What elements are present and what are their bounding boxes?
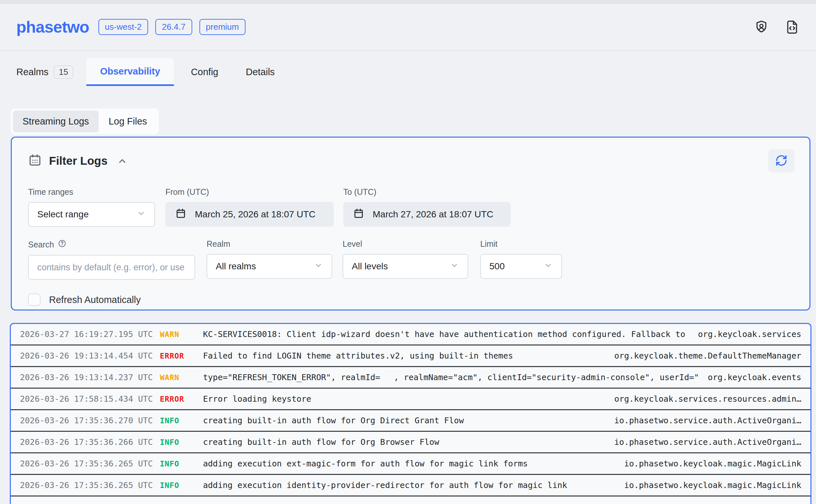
- top-strip: [0, 0, 816, 4]
- log-level-badge: ERROR: [160, 395, 203, 403]
- limit-label: Limit: [480, 239, 562, 249]
- log-row: 2026-03-26 17:35:36.265 UTCINFOadding ex…: [11, 475, 810, 496]
- chevron-down-icon: [450, 261, 459, 272]
- log-level-badge: WARN: [160, 373, 203, 382]
- log-timestamp: 2026-03-26 17:35:36.266 UTC: [20, 437, 160, 447]
- search-input[interactable]: [28, 255, 195, 280]
- realms-count-badge: 15: [54, 65, 73, 79]
- log-row: 2026-03-26 17:35:36.265 UTCINFOadding ex…: [11, 453, 810, 475]
- log-row: 2026-03-26 19:13:14.237 UTCWARNtype="REF…: [11, 367, 810, 389]
- log-logger: org.keycloak.theme.DefaultThemeManager: [614, 351, 801, 361]
- log-table: 2026-03-27 16:19:27.195 UTCWARNKC-SERVIC…: [10, 323, 811, 504]
- to-date-value: March 27, 2026 at 18:07 UTC: [373, 209, 493, 220]
- log-view-subtabs: Streaming Logs Log Files: [11, 109, 159, 134]
- shield-user-icon[interactable]: [754, 20, 769, 35]
- to-date-button[interactable]: March 27, 2026 at 18:07 UTC: [343, 202, 511, 227]
- tab-observability-label: Observability: [100, 66, 160, 77]
- log-message: type="REFRESH_TOKEN_ERROR", realmId=, re…: [203, 373, 698, 382]
- time-ranges-label: Time ranges: [28, 187, 155, 197]
- app-header: phasetwo us-west-2 26.4.7 premium: [0, 4, 816, 51]
- filter-logs-panel: Filter Logs Time ranges Select range: [11, 137, 810, 311]
- log-message: adding execution ext-magic-form for auth…: [203, 459, 614, 468]
- plan-badge: premium: [199, 19, 246, 35]
- realm-label: Realm: [207, 239, 332, 249]
- help-icon[interactable]: [58, 239, 66, 250]
- from-date-button[interactable]: March 25, 2026 at 18:07 UTC: [165, 202, 334, 227]
- log-row: 2026-03-26 17:35:36.270 UTCINFOcreating …: [11, 410, 810, 432]
- realm-value: All realms: [216, 261, 256, 272]
- phasetwo-logo: phasetwo: [16, 18, 89, 37]
- calendar-small-icon: [175, 208, 186, 221]
- log-timestamp: 2026-03-26 17:35:36.265 UTC: [20, 480, 160, 490]
- from-label: From (UTC): [165, 187, 334, 197]
- chevron-down-icon: [137, 209, 146, 220]
- refresh-icon: [775, 154, 788, 168]
- search-label: Search: [28, 240, 54, 249]
- log-logger: io.phasetwo.keycloak.magic.MagicLink: [624, 480, 801, 490]
- tab-observability[interactable]: Observability: [86, 58, 174, 86]
- log-message-suffix: , realmName="acm", clientId="security-ad…: [394, 373, 698, 382]
- chevron-down-icon: [544, 261, 553, 272]
- refresh-button[interactable]: [768, 149, 794, 172]
- log-level-badge: WARN: [160, 330, 203, 339]
- code-file-icon[interactable]: [785, 20, 800, 35]
- log-row: 2026-03-27 16:19:27.195 UTCWARNKC-SERVIC…: [11, 324, 810, 345]
- log-timestamp: 2026-03-26 17:58:15.434 UTC: [20, 394, 160, 404]
- log-message: KC-SERVICES0018: Client idp-wizard doesn…: [203, 329, 688, 339]
- version-badge: 26.4.7: [155, 19, 192, 35]
- calendar-small-icon: [353, 208, 364, 221]
- log-row: 2026-03-26 17:35:36.266 UTCINFOcreating …: [11, 432, 810, 453]
- tab-config[interactable]: Config: [177, 58, 232, 86]
- header-badges: us-west-2 26.4.7 premium: [98, 19, 246, 35]
- to-label: To (UTC): [343, 187, 511, 197]
- chevron-down-icon: [314, 261, 323, 272]
- tab-realms-label: Realms: [16, 67, 48, 77]
- time-range-select[interactable]: Select range: [28, 202, 155, 227]
- refresh-auto-checkbox[interactable]: [28, 294, 41, 306]
- level-value: All levels: [352, 261, 388, 272]
- log-message: Failed to find LOGIN theme attributes.v2…: [203, 351, 604, 361]
- log-message: Error loading keystore: [203, 394, 604, 404]
- log-level-badge: ERROR: [160, 352, 203, 360]
- log-row: 2026-03-26 19:13:14.454 UTCERRORFailed t…: [11, 345, 810, 367]
- log-message: creating built-in auth flow for Org Brow…: [203, 437, 604, 447]
- subtab-log-files[interactable]: Log Files: [99, 110, 157, 132]
- log-logger: io.phasetwo.keycloak.magic.MagicLink: [624, 459, 801, 468]
- main-tabs: Realms 15 Observability Config Details: [16, 58, 288, 86]
- log-logger: org.keycloak.services.resources.admin…: [614, 394, 801, 404]
- realm-select[interactable]: All realms: [207, 254, 332, 279]
- tab-config-label: Config: [191, 67, 218, 77]
- from-date-value: March 25, 2026 at 18:07 UTC: [195, 209, 315, 220]
- log-row: 2026-03-26 17:58:15.434 UTCERRORError lo…: [11, 389, 810, 410]
- log-message-prefix: type="REFRESH_TOKEN_ERROR", realmId=: [203, 373, 380, 382]
- filter-logs-title: Filter Logs: [49, 154, 108, 167]
- limit-value: 500: [489, 261, 505, 272]
- log-timestamp: 2026-03-26 19:13:14.454 UTC: [20, 351, 160, 361]
- log-message: adding execution identity-provider-redir…: [203, 480, 614, 490]
- log-timestamp: 2026-03-27 16:19:27.195 UTC: [20, 329, 160, 339]
- collapse-chevron-icon[interactable]: [117, 156, 128, 168]
- log-timestamp: 2026-03-26 19:13:14.237 UTC: [20, 373, 160, 382]
- log-logger: io.phasetwo.service.auth.ActiveOrgani…: [614, 416, 801, 425]
- log-message: creating built-in auth flow for Org Dire…: [203, 416, 604, 425]
- log-logger: io.phasetwo.service.auth.ActiveOrgani…: [614, 437, 801, 447]
- calendar-icon: [28, 153, 42, 168]
- log-level-badge: INFO: [160, 481, 203, 490]
- tab-realms[interactable]: Realms 15: [16, 58, 83, 86]
- tab-details-label: Details: [246, 67, 275, 77]
- level-select[interactable]: All levels: [343, 254, 468, 279]
- limit-select[interactable]: 500: [480, 254, 562, 279]
- time-range-value: Select range: [37, 209, 89, 220]
- tab-details[interactable]: Details: [232, 58, 289, 86]
- refresh-auto-label: Refresh Automatically: [49, 294, 141, 305]
- log-timestamp: 2026-03-26 17:35:36.270 UTC: [20, 416, 160, 425]
- level-label: Level: [343, 239, 468, 249]
- region-badge: us-west-2: [98, 19, 148, 35]
- log-logger: org.keycloak.events: [708, 373, 801, 382]
- log-level-badge: INFO: [160, 460, 203, 468]
- log-level-badge: INFO: [160, 416, 203, 425]
- log-timestamp: 2026-03-26 17:35:36.265 UTC: [20, 459, 160, 468]
- log-logger: org.keycloak.services: [698, 329, 801, 339]
- log-level-badge: INFO: [160, 438, 203, 446]
- subtab-streaming-logs[interactable]: Streaming Logs: [13, 110, 99, 132]
